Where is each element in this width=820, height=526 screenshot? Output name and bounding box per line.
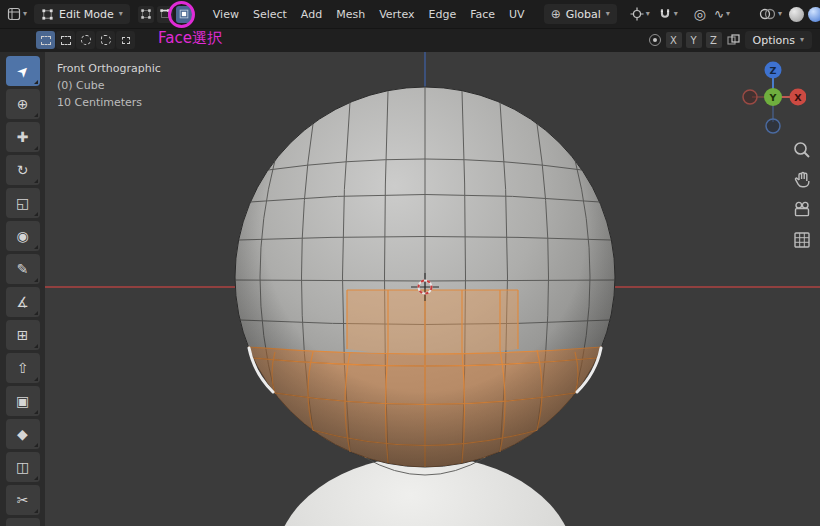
tool-annotate[interactable]: ✎ <box>6 254 40 284</box>
gizmo-x-neg-ball[interactable] <box>743 90 757 104</box>
snap-target-button[interactable]: ▾ <box>627 5 653 23</box>
snap-group: ▾ ▾ <box>627 5 681 23</box>
options-dropdown[interactable]: Options ▾ <box>745 31 812 49</box>
head-mesh[interactable] <box>225 87 625 526</box>
tool-select-box[interactable]: ➤ <box>6 56 40 86</box>
editor-type-button[interactable]: ▾ <box>4 5 30 23</box>
proportional-edit-button[interactable]: ◎ <box>691 5 709 23</box>
select-circle-button[interactable] <box>76 31 95 49</box>
scene-canvas[interactable] <box>45 52 820 526</box>
gizmo-z-neg-ball[interactable] <box>766 119 780 133</box>
camera-view-icon[interactable] <box>792 200 812 220</box>
navigation-gizmo[interactable]: Z X Y <box>740 60 806 136</box>
inset-icon: ▣ <box>16 393 29 409</box>
mirror-z-button[interactable]: Z <box>706 32 722 48</box>
tool-transform[interactable]: ◉ <box>6 221 40 251</box>
chevron-down-icon: ▾ <box>674 10 678 18</box>
top-header: ▾ Edit Mode ▾ <box>0 0 820 28</box>
menu-edge[interactable]: Edge <box>421 5 463 24</box>
tool-knife[interactable]: ✂ <box>6 485 40 515</box>
menu-select[interactable]: Select <box>246 5 294 24</box>
grid-scale-text: 10 Centimeters <box>57 94 161 111</box>
viewport-3d[interactable]: Front Orthographic (0) Cube 10 Centimete… <box>45 52 820 526</box>
magnet-icon <box>658 7 672 21</box>
viewport-side-controls <box>792 140 812 250</box>
gizmo-z-label: Z <box>770 65 777 76</box>
orientation-label: Global <box>566 8 601 21</box>
select-lasso-button[interactable] <box>96 31 115 49</box>
active-object-text: (0) Cube <box>57 77 161 94</box>
toolbar-left: ➤ ⊕ ✚ ↻ ◱ ◉ ✎ ∡ ⊞ ⇧ ▣ ◆ ◫ ✂ △ <box>0 52 45 526</box>
transform-pivot-icon[interactable] <box>648 33 662 47</box>
measure-icon: ∡ <box>16 294 29 310</box>
viewport-info: Front Orthographic (0) Cube 10 Centimete… <box>57 60 161 111</box>
tool-inset[interactable]: ▣ <box>6 386 40 416</box>
mirror-x-button[interactable]: X <box>666 32 682 48</box>
tool-extrude[interactable]: ⇧ <box>6 353 40 383</box>
annotate-icon: ✎ <box>17 261 29 277</box>
extrude-icon: ⇧ <box>17 360 29 376</box>
tool-scale[interactable]: ◱ <box>6 188 40 218</box>
header-right-icons: ▾ <box>756 5 816 23</box>
face-select-button[interactable] <box>176 6 192 23</box>
edge-select-button[interactable] <box>157 6 173 23</box>
scale-icon: ◱ <box>16 195 29 211</box>
tool-settings-bar: X Y Z Options ▾ <box>0 28 820 52</box>
chevron-down-icon: ▾ <box>606 10 610 18</box>
menu-face[interactable]: Face <box>463 5 502 24</box>
vertex-select-icon <box>140 8 152 20</box>
snap-overlap-icon[interactable] <box>726 33 741 47</box>
pan-hand-icon[interactable] <box>792 170 812 190</box>
loop-cut-icon: ◫ <box>16 459 29 475</box>
overlays-icon <box>759 7 776 21</box>
box-select-icon <box>61 36 71 45</box>
circle-select-icon <box>81 35 91 45</box>
mirror-y-button[interactable]: Y <box>686 32 702 48</box>
chevron-down-icon: ▾ <box>726 10 730 18</box>
orientation-icon: ⊕ <box>551 8 561 20</box>
chevron-down-icon: ▾ <box>800 36 804 44</box>
rotate-icon: ↻ <box>17 162 29 178</box>
tool-poly-build[interactable]: △ <box>6 518 40 526</box>
select-mode-group <box>138 6 192 23</box>
blender-window: ▾ Edit Mode ▾ <box>0 0 820 526</box>
face-select-icon <box>178 8 190 20</box>
tool-cursor[interactable]: ⊕ <box>6 89 40 119</box>
snap-magnet-button[interactable]: ▾ <box>655 5 681 23</box>
shading-material-icon[interactable] <box>808 7 820 22</box>
select-extend-button[interactable] <box>116 31 135 49</box>
menu-add[interactable]: Add <box>294 5 329 24</box>
tool-move[interactable]: ✚ <box>6 122 40 152</box>
viewport-editor-icon <box>7 7 21 21</box>
tool-measure[interactable]: ∡ <box>6 287 40 317</box>
tweak-icon <box>41 36 51 45</box>
selected-faces <box>225 87 625 526</box>
select-box-icon: ➤ <box>13 61 33 81</box>
overlays-button[interactable]: ▾ <box>756 5 785 23</box>
tool-settings-right: X Y Z Options ▾ <box>648 31 820 49</box>
zoom-icon[interactable] <box>792 140 812 160</box>
vertex-select-button[interactable] <box>138 6 154 23</box>
chevron-down-icon: ▾ <box>646 10 650 18</box>
tool-loop-cut[interactable]: ◫ <box>6 452 40 482</box>
menu-bar: View Select Add Mesh Vertex Edge Face UV <box>206 5 532 24</box>
tool-add-cube[interactable]: ⊞ <box>6 320 40 350</box>
move-icon: ✚ <box>17 129 29 145</box>
select-box-mode-button[interactable] <box>56 31 75 49</box>
shading-solid-icon[interactable] <box>789 7 804 22</box>
falloff-button[interactable]: ∿ ▾ <box>711 6 733 22</box>
edit-mode-icon <box>41 8 54 21</box>
menu-view[interactable]: View <box>206 5 246 24</box>
view-mode-text: Front Orthographic <box>57 60 161 77</box>
select-tweak-button[interactable] <box>36 31 55 49</box>
proportional-edit-group: ◎ ∿ ▾ <box>691 5 733 23</box>
tool-bevel[interactable]: ◆ <box>6 419 40 449</box>
snap-target-icon <box>630 7 644 21</box>
mode-dropdown[interactable]: Edit Mode ▾ <box>34 4 130 24</box>
transform-orientation-dropdown[interactable]: ⊕ Global ▾ <box>544 4 617 24</box>
menu-vertex[interactable]: Vertex <box>372 5 421 24</box>
grid-toggle-icon[interactable] <box>792 230 812 250</box>
tool-rotate[interactable]: ↻ <box>6 155 40 185</box>
menu-uv[interactable]: UV <box>502 5 532 24</box>
menu-mesh[interactable]: Mesh <box>329 5 372 24</box>
